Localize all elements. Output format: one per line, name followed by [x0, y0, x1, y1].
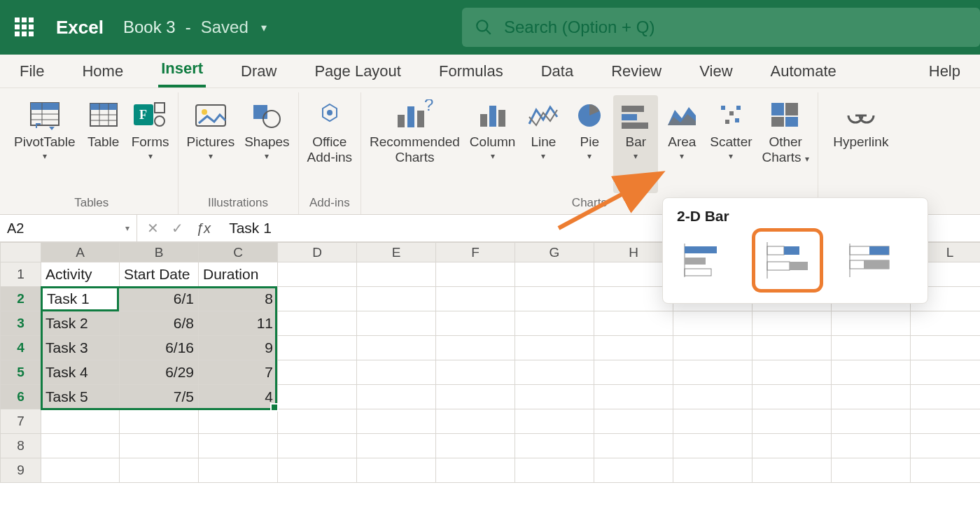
cell[interactable] [911, 311, 981, 336]
cell[interactable] [594, 360, 673, 385]
cell-A3[interactable]: Task 2 [41, 311, 120, 336]
formula-value[interactable]: Task 1 [220, 220, 272, 237]
cell[interactable] [832, 458, 911, 483]
cell[interactable] [832, 336, 911, 360]
cell[interactable] [120, 434, 199, 458]
pie-chart-button[interactable]: Pie ▾ [567, 95, 612, 193]
col-header-G[interactable]: G [515, 243, 594, 262]
row-header-6[interactable]: 6 [1, 385, 41, 409]
cell-C6[interactable]: 4 [199, 385, 278, 409]
cell[interactable] [515, 409, 594, 434]
cell[interactable] [278, 385, 357, 409]
pictures-button[interactable]: Pictures ▾ [183, 95, 239, 193]
cell[interactable] [752, 409, 832, 434]
cell[interactable] [357, 409, 436, 434]
cell[interactable] [673, 409, 752, 434]
cell[interactable] [911, 409, 981, 434]
cell[interactable] [436, 360, 515, 385]
cell[interactable] [357, 360, 436, 385]
forms-button[interactable]: F Forms ▾ [127, 95, 174, 193]
row-header-3[interactable]: 3 [1, 311, 41, 336]
cell[interactable] [515, 360, 594, 385]
name-box[interactable]: A2 ▾ [0, 215, 137, 241]
col-header-B[interactable]: B [120, 243, 199, 262]
cell[interactable] [436, 262, 515, 287]
cell[interactable] [278, 311, 357, 336]
cell[interactable] [911, 360, 981, 385]
cell[interactable] [278, 360, 357, 385]
cell-B3[interactable]: 6/8 [120, 311, 199, 336]
cell[interactable] [832, 311, 911, 336]
row-header-1[interactable]: 1 [1, 262, 41, 287]
cell-A6[interactable]: Task 5 [41, 385, 120, 409]
document-title-area[interactable]: Book 3 - Saved ▾ [123, 17, 270, 37]
cell[interactable] [436, 385, 515, 409]
app-launcher-button[interactable] [0, 17, 49, 37]
cell-B2[interactable]: 6/1 [120, 287, 199, 311]
cell[interactable] [41, 458, 120, 483]
cell[interactable] [357, 458, 436, 483]
pivottable-button[interactable]: PivotTable ▾ [10, 95, 80, 193]
cell[interactable] [911, 336, 981, 360]
cell[interactable] [436, 336, 515, 360]
cell[interactable] [911, 434, 981, 458]
select-all-corner[interactable] [1, 243, 41, 262]
cell[interactable] [673, 434, 752, 458]
cell[interactable] [278, 287, 357, 311]
cancel-formula-button[interactable]: ✕ [147, 220, 159, 237]
cell-C5[interactable]: 7 [199, 360, 278, 385]
cell[interactable] [278, 336, 357, 360]
tab-help[interactable]: Help [926, 58, 963, 87]
cell[interactable] [357, 385, 436, 409]
cell-C3[interactable]: 11 [199, 311, 278, 336]
cell-A4[interactable]: Task 3 [41, 336, 120, 360]
cell-C2[interactable]: 8 [199, 287, 278, 311]
cell[interactable] [515, 311, 594, 336]
row-header-2[interactable]: 2 [1, 287, 41, 311]
cell[interactable] [278, 262, 357, 287]
cell[interactable] [41, 434, 120, 458]
cell[interactable] [594, 409, 673, 434]
cell[interactable] [752, 360, 832, 385]
row-header-8[interactable]: 8 [1, 434, 41, 458]
cell[interactable] [752, 336, 832, 360]
cell[interactable] [120, 409, 199, 434]
search-box[interactable]: Search (Option + Q) [462, 8, 980, 47]
recommended-charts-button[interactable]: ? RecommendedCharts [365, 95, 464, 193]
clustered-bar-option[interactable] [674, 234, 733, 286]
cell[interactable] [436, 311, 515, 336]
cell[interactable] [594, 262, 673, 287]
cell[interactable] [673, 458, 752, 483]
cell[interactable] [515, 336, 594, 360]
cell[interactable] [594, 434, 673, 458]
line-chart-button[interactable]: Line ▾ [521, 95, 566, 193]
cell[interactable] [199, 409, 278, 434]
cell[interactable] [832, 360, 911, 385]
tab-home[interactable]: Home [79, 58, 126, 87]
row-header-5[interactable]: 5 [1, 360, 41, 385]
hyperlink-button[interactable]: Hyperlink [822, 95, 899, 193]
cell[interactable] [41, 409, 120, 434]
col-header-C[interactable]: C [199, 243, 278, 262]
cell-B1[interactable]: Start Date [120, 262, 199, 287]
shapes-button[interactable]: Shapes ▾ [240, 95, 293, 193]
cell[interactable] [673, 336, 752, 360]
row-header-7[interactable]: 7 [1, 409, 41, 434]
cell[interactable] [357, 262, 436, 287]
cell[interactable] [673, 360, 752, 385]
tab-automate[interactable]: Automate [768, 58, 839, 87]
office-addins-button[interactable]: OfficeAdd-ins [303, 95, 356, 193]
cell[interactable] [436, 434, 515, 458]
cell[interactable] [911, 458, 981, 483]
other-charts-button[interactable]: OtherCharts ▾ [758, 95, 813, 193]
cell-A5[interactable]: Task 4 [41, 360, 120, 385]
cell[interactable] [752, 311, 832, 336]
cell[interactable] [752, 434, 832, 458]
cell[interactable] [357, 311, 436, 336]
cell[interactable] [199, 434, 278, 458]
cell[interactable] [436, 458, 515, 483]
cell[interactable] [673, 311, 752, 336]
fx-icon[interactable]: ƒx [196, 220, 211, 237]
accept-formula-button[interactable]: ✓ [172, 220, 183, 237]
cell[interactable] [515, 434, 594, 458]
